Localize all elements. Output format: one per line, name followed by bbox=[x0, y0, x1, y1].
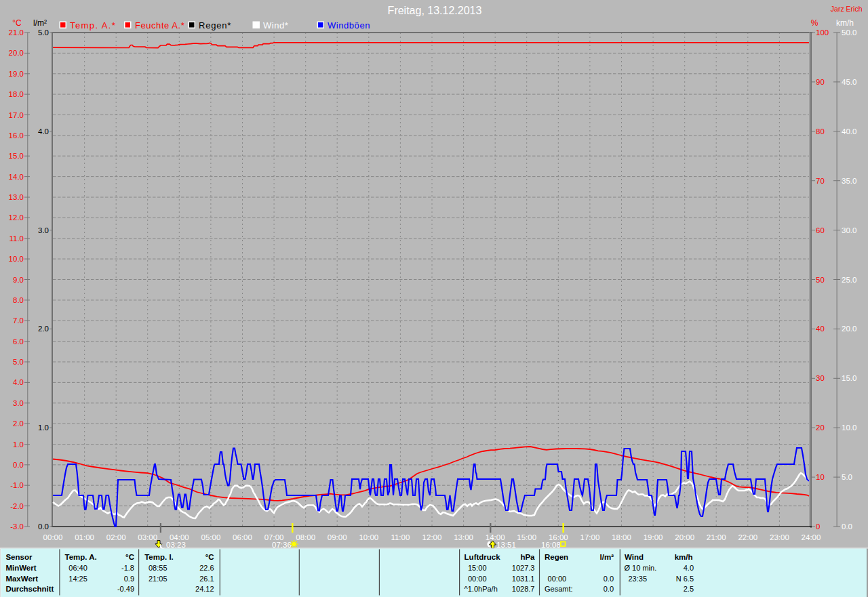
svg-text:35.0: 35.0 bbox=[842, 177, 856, 185]
svg-text:14:25: 14:25 bbox=[68, 575, 87, 583]
svg-text:03:00: 03:00 bbox=[138, 533, 157, 541]
svg-text:21:00: 21:00 bbox=[707, 533, 726, 541]
svg-text:20.0: 20.0 bbox=[842, 325, 856, 333]
svg-text:80: 80 bbox=[816, 127, 825, 136]
svg-text:50.0: 50.0 bbox=[842, 28, 856, 37]
svg-text:12.0: 12.0 bbox=[9, 213, 24, 222]
svg-text:7.0: 7.0 bbox=[13, 316, 24, 325]
svg-text:22.6: 22.6 bbox=[199, 564, 214, 572]
svg-text:Ø 10 min.: Ø 10 min. bbox=[625, 564, 657, 572]
svg-text:km/h: km/h bbox=[836, 18, 854, 28]
svg-text:50: 50 bbox=[816, 276, 825, 284]
svg-text:-1.8: -1.8 bbox=[121, 564, 134, 572]
svg-text:16.0: 16.0 bbox=[9, 131, 24, 140]
svg-text:0.9: 0.9 bbox=[124, 575, 134, 583]
svg-text:Regen*: Regen* bbox=[199, 20, 231, 30]
svg-text:l/m²: l/m² bbox=[33, 18, 47, 28]
svg-text:Feuchte A.*: Feuchte A.* bbox=[135, 20, 184, 30]
svg-text:30.0: 30.0 bbox=[842, 226, 856, 234]
svg-text:19:00: 19:00 bbox=[644, 533, 663, 541]
svg-text:°C: °C bbox=[12, 18, 22, 28]
svg-text:1027.3: 1027.3 bbox=[512, 564, 535, 572]
svg-text:Temp. I.: Temp. I. bbox=[144, 553, 174, 561]
svg-text:10: 10 bbox=[816, 473, 825, 481]
svg-text:20: 20 bbox=[816, 424, 825, 432]
svg-text:13.0: 13.0 bbox=[9, 193, 24, 201]
svg-text:-2.0: -2.0 bbox=[10, 502, 24, 510]
svg-text:0.0: 0.0 bbox=[13, 461, 24, 469]
svg-text:11.0: 11.0 bbox=[9, 234, 24, 243]
svg-text:60: 60 bbox=[816, 226, 825, 234]
svg-text:%: % bbox=[811, 18, 818, 28]
svg-text:08:00: 08:00 bbox=[296, 533, 315, 541]
svg-text:09:00: 09:00 bbox=[328, 533, 347, 541]
svg-text:km/h: km/h bbox=[675, 553, 693, 561]
svg-text:18:00: 18:00 bbox=[612, 533, 631, 541]
svg-text:25.0: 25.0 bbox=[842, 276, 856, 284]
svg-text:30: 30 bbox=[816, 374, 825, 382]
svg-text:-3.0: -3.0 bbox=[10, 522, 24, 531]
svg-text:13:00: 13:00 bbox=[454, 533, 473, 541]
svg-text:06:00: 06:00 bbox=[233, 533, 252, 541]
svg-text:4.0: 4.0 bbox=[13, 378, 24, 386]
svg-text:15:00: 15:00 bbox=[517, 533, 536, 541]
svg-text:1031.1: 1031.1 bbox=[512, 575, 535, 583]
svg-text:15:00: 15:00 bbox=[468, 564, 487, 572]
svg-text:20:00: 20:00 bbox=[675, 533, 694, 541]
svg-text:00:00: 00:00 bbox=[548, 575, 567, 583]
svg-text:21.0: 21.0 bbox=[9, 28, 24, 37]
svg-text:24.12: 24.12 bbox=[195, 585, 214, 593]
svg-text:18.0: 18.0 bbox=[9, 90, 24, 98]
svg-text:40: 40 bbox=[816, 325, 825, 333]
svg-text:l/m²: l/m² bbox=[600, 553, 614, 561]
svg-text:21:05: 21:05 bbox=[149, 575, 167, 583]
svg-text:4.0: 4.0 bbox=[38, 127, 49, 136]
svg-text:^1.0hPa/h: ^1.0hPa/h bbox=[465, 585, 498, 593]
svg-text:N 6.5: N 6.5 bbox=[676, 575, 694, 583]
svg-text:Sensor: Sensor bbox=[5, 553, 33, 561]
svg-text:0: 0 bbox=[816, 522, 820, 531]
svg-text:Luftdruck: Luftdruck bbox=[465, 553, 501, 561]
svg-text:°C: °C bbox=[125, 553, 134, 561]
svg-text:16:08: 16:08 bbox=[541, 541, 561, 549]
svg-text:Regen: Regen bbox=[545, 553, 568, 561]
svg-text:1.0: 1.0 bbox=[38, 424, 49, 432]
svg-text:12:00: 12:00 bbox=[422, 533, 442, 541]
svg-text:23:00: 23:00 bbox=[770, 533, 789, 541]
svg-text:Gesamt:: Gesamt: bbox=[545, 585, 573, 593]
svg-text:17.0: 17.0 bbox=[9, 111, 24, 119]
svg-text:45.0: 45.0 bbox=[842, 78, 856, 86]
svg-text:1028.7: 1028.7 bbox=[512, 585, 535, 593]
svg-text:MinWert: MinWert bbox=[5, 564, 36, 572]
svg-text:07:36: 07:36 bbox=[272, 541, 292, 549]
svg-text:Wind*: Wind* bbox=[263, 20, 288, 30]
svg-text:15.0: 15.0 bbox=[842, 374, 856, 382]
svg-text:2.0: 2.0 bbox=[38, 325, 49, 333]
svg-text:10:00: 10:00 bbox=[359, 533, 378, 541]
svg-text:hPa: hPa bbox=[520, 553, 535, 561]
svg-text:0.0: 0.0 bbox=[604, 575, 614, 583]
svg-text:5.0: 5.0 bbox=[38, 28, 49, 37]
svg-text:22:00: 22:00 bbox=[738, 533, 757, 541]
svg-text:-1.0: -1.0 bbox=[10, 481, 24, 489]
svg-text:13:51: 13:51 bbox=[496, 541, 516, 549]
svg-text:4.0: 4.0 bbox=[684, 564, 694, 572]
svg-text:40.0: 40.0 bbox=[842, 127, 856, 136]
svg-text:23:35: 23:35 bbox=[629, 575, 648, 583]
svg-text:100: 100 bbox=[816, 28, 829, 37]
svg-text:01:00: 01:00 bbox=[75, 533, 94, 541]
svg-text:03:23: 03:23 bbox=[166, 541, 186, 549]
svg-text:14.0: 14.0 bbox=[9, 173, 24, 181]
svg-text:3.0: 3.0 bbox=[38, 226, 49, 234]
svg-text:Windböen: Windböen bbox=[328, 20, 370, 30]
svg-text:0.0: 0.0 bbox=[842, 522, 852, 531]
svg-text:10.0: 10.0 bbox=[9, 255, 24, 263]
svg-text:Freitag, 13.12.2013: Freitag, 13.12.2013 bbox=[388, 5, 482, 16]
svg-text:5.0: 5.0 bbox=[842, 473, 852, 481]
svg-text:06:40: 06:40 bbox=[68, 564, 87, 572]
svg-text:9.0: 9.0 bbox=[13, 276, 24, 284]
svg-text:20.0: 20.0 bbox=[9, 49, 24, 57]
svg-text:0.0: 0.0 bbox=[38, 522, 49, 531]
svg-text:Wind: Wind bbox=[625, 553, 644, 561]
svg-text:Durchschnitt: Durchschnitt bbox=[5, 585, 54, 593]
